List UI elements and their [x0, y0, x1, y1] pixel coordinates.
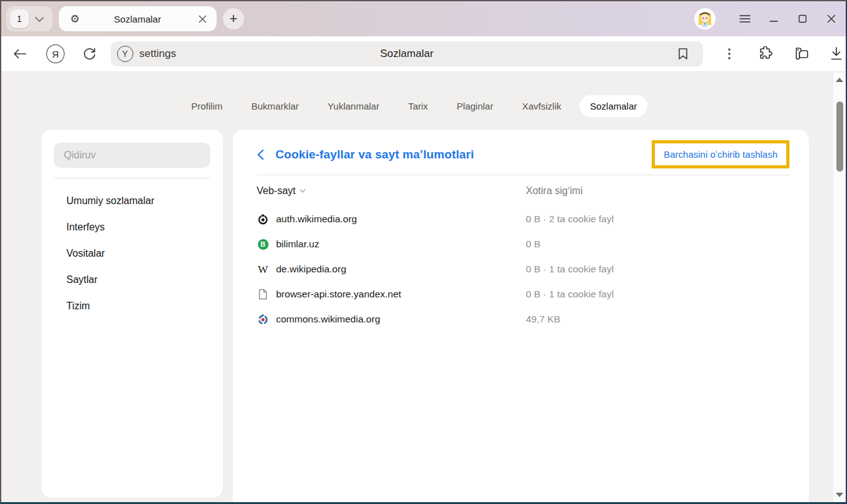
maximize-button[interactable] — [788, 6, 817, 31]
site-name: browser-api.store.yandex.net — [276, 289, 401, 300]
search-input[interactable] — [54, 143, 210, 168]
back-chevron-icon[interactable] — [257, 149, 264, 160]
tab-counter-group[interactable]: 1 — [6, 6, 53, 31]
extensions-puzzle-icon[interactable] — [756, 45, 774, 63]
nav-tab-sozlamalar[interactable]: Sozlamalar — [580, 95, 647, 117]
site-name: bilimlar.uz — [276, 239, 319, 250]
close-button[interactable] — [817, 6, 846, 31]
cookies-panel: Cookie-fayllar va sayt ma’lumotlari Barc… — [233, 130, 809, 504]
site-name: de.wikipedia.org — [276, 264, 346, 275]
tab-close-icon[interactable] — [195, 12, 209, 26]
back-button[interactable] — [11, 45, 29, 63]
yandex-browser-logo-icon[interactable]: Я — [46, 44, 65, 63]
profile-avatar[interactable] — [694, 8, 716, 29]
gear-icon: ⚙ — [70, 14, 80, 24]
new-tab-button[interactable]: + — [223, 8, 244, 29]
page-title: Cookie-fayllar va sayt ma’lumotlari — [275, 148, 474, 162]
site-table: auth.wikimedia.org 0 B · 2 ta cookie fay… — [257, 207, 789, 332]
chevron-down-icon[interactable] — [35, 16, 44, 22]
site-storage-size: 0 B — [526, 239, 540, 250]
table-row[interactable]: browser-api.store.yandex.net 0 B · 1 ta … — [257, 282, 789, 307]
sidebar-item-tizim[interactable]: Tizim — [41, 293, 223, 319]
title-bar: 1 ⚙ Sozlamalar + — [1, 1, 846, 36]
nav-tab-plaginlar[interactable]: Plaginlar — [447, 95, 503, 117]
table-row[interactable]: W de.wikipedia.org 0 B · 1 ta cookie fay… — [257, 257, 789, 282]
reload-button[interactable] — [81, 45, 98, 63]
column-header-site-label: Veb-sayt — [257, 185, 295, 197]
wikipedia-w-icon: W — [257, 264, 269, 275]
settings-page: Profilim Bukmarklar Yuklanmalar Tarix Pl… — [1, 73, 846, 502]
wikimedia-community-icon — [257, 213, 269, 225]
column-header-site[interactable]: Veb-sayt — [257, 185, 526, 197]
minimize-button[interactable] — [759, 6, 788, 31]
header-divider — [257, 175, 789, 175]
nav-tab-xavfsizlik[interactable]: Xavfsizlik — [512, 95, 572, 117]
sort-chevron-icon — [300, 189, 305, 193]
settings-sidebar: Umumiy sozlamalar Interfeys Vositalar Sa… — [41, 130, 223, 498]
address-bar-page-title: Sozlamalar — [111, 48, 703, 60]
password-manager-icon[interactable] — [791, 45, 810, 63]
scrollbar-down-arrow[interactable] — [836, 493, 843, 497]
more-options-icon[interactable] — [720, 45, 739, 63]
table-header: Veb-sayt Xotira sigʻimi — [257, 183, 789, 199]
downloads-icon[interactable] — [827, 45, 846, 63]
site-settings-icon[interactable]: Y — [117, 46, 133, 62]
sidebar-item-umumiy-sozlamalar[interactable]: Umumiy sozlamalar — [41, 188, 223, 214]
browser-tab[interactable]: ⚙ Sozlamalar — [59, 6, 217, 31]
sidebar-list: Umumiy sozlamalar Interfeys Vositalar Sa… — [41, 178, 223, 319]
toolbar-right-icons — [703, 45, 846, 63]
scrollbar-thumb[interactable] — [836, 101, 843, 172]
clear-all-button[interactable]: Barchasini oʻchirib tashlash — [655, 143, 786, 165]
column-header-size: Xotira sigʻimi — [526, 185, 583, 197]
table-row[interactable]: auth.wikimedia.org 0 B · 2 ta cookie fay… — [257, 207, 789, 232]
cookies-panel-header: Cookie-fayllar va sayt ma’lumotlari Barc… — [257, 130, 789, 168]
browser-window: 1 ⚙ Sozlamalar + — [0, 0, 847, 504]
titlebar-right-controls — [694, 6, 846, 31]
vertical-scrollbar[interactable] — [833, 73, 846, 502]
sidebar-item-saytlar[interactable]: Saytlar — [41, 267, 223, 293]
bilimlar-favicon: B — [257, 239, 269, 250]
menu-hamburger-icon[interactable] — [731, 6, 759, 31]
wikimedia-commons-icon — [257, 314, 269, 325]
url-text[interactable]: settings — [140, 48, 177, 60]
site-storage-size: 0 B · 1 ta cookie fayl — [526, 264, 613, 275]
tab-counter-button[interactable]: 1 — [10, 9, 29, 28]
nav-tab-profilim[interactable]: Profilim — [181, 95, 232, 117]
clear-all-highlight-box: Barchasini oʻchirib tashlash — [652, 140, 789, 168]
nav-tab-bukmarklar[interactable]: Bukmarklar — [242, 95, 309, 117]
toolbar: Я Y settings Sozlamalar — [1, 36, 846, 72]
document-icon — [257, 289, 269, 300]
tab-title: Sozlamalar — [80, 14, 195, 24]
site-storage-size: 0 B · 2 ta cookie fayl — [526, 213, 613, 225]
nav-tab-tarix[interactable]: Tarix — [398, 95, 438, 117]
scrollbar-up-arrow[interactable] — [836, 78, 843, 82]
site-storage-size: 0 B · 1 ta cookie fayl — [526, 289, 613, 300]
address-bar[interactable]: Y settings Sozlamalar — [111, 41, 703, 66]
site-storage-size: 49,7 KB — [526, 314, 560, 325]
sidebar-item-vositalar[interactable]: Vositalar — [41, 240, 223, 267]
site-name: auth.wikimedia.org — [276, 213, 357, 225]
table-row[interactable]: B bilimlar.uz 0 B — [257, 232, 789, 257]
site-name: commons.wikimedia.org — [276, 314, 380, 325]
bookmark-icon[interactable] — [670, 43, 696, 64]
nav-tab-yuklanmalar[interactable]: Yuklanmalar — [317, 95, 389, 117]
table-row[interactable]: commons.wikimedia.org 49,7 KB — [257, 307, 789, 332]
settings-nav-tabs: Profilim Bukmarklar Yuklanmalar Tarix Pl… — [1, 95, 827, 117]
sidebar-item-interfeys[interactable]: Interfeys — [41, 214, 223, 240]
